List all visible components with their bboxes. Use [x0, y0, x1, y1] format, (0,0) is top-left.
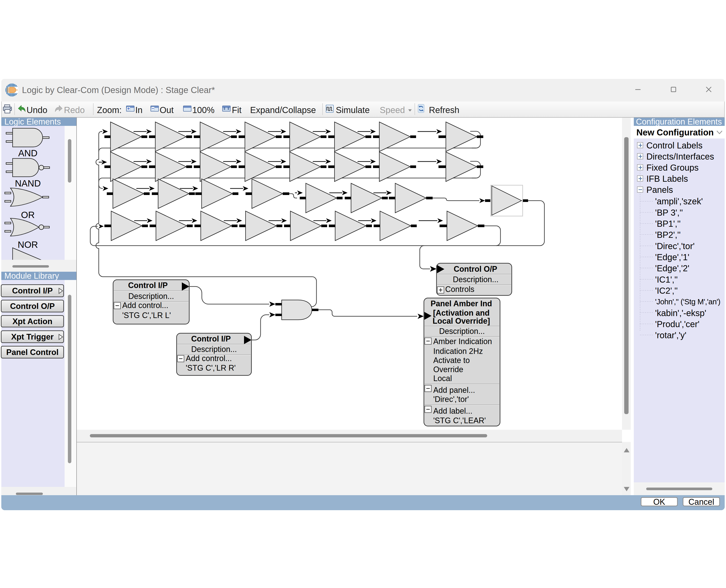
- svg-text:OR: OR: [21, 210, 35, 220]
- svg-text:Add label...: Add label...: [433, 406, 472, 415]
- svg-text:Description...: Description...: [453, 275, 499, 284]
- svg-text:NAND: NAND: [15, 178, 41, 188]
- svg-text:Add panel...: Add panel...: [433, 386, 475, 395]
- svg-text:Indication 2Hz: Indication 2Hz: [433, 347, 483, 356]
- svg-text:Local: Local: [433, 374, 452, 383]
- svg-text:Controls: Controls: [445, 285, 475, 294]
- svg-text:Control I/P: Control I/P: [128, 281, 168, 290]
- svg-text:Add control...: Add control...: [122, 301, 168, 310]
- svg-text:Activate to: Activate to: [433, 356, 470, 365]
- svg-text:Description...: Description...: [128, 292, 174, 301]
- svg-text:'STG C','LR R': 'STG C','LR R': [186, 363, 236, 372]
- svg-text:Local Override]: Local Override]: [432, 316, 490, 326]
- svg-text:Control I/P: Control I/P: [191, 334, 231, 343]
- svg-text:Description...: Description...: [439, 327, 485, 336]
- svg-text:'STG C','LR L': 'STG C','LR L': [122, 311, 171, 320]
- svg-text:'STG C','LEAR': 'STG C','LEAR': [433, 416, 486, 425]
- svg-text:AND: AND: [18, 148, 38, 158]
- svg-text:NOR: NOR: [18, 239, 38, 250]
- svg-text:'Direc','tor': 'Direc','tor': [433, 395, 469, 404]
- svg-text:Panel Amber Ind: Panel Amber Ind: [431, 299, 492, 308]
- svg-text:Control O/P: Control O/P: [454, 265, 497, 273]
- svg-text:Description...: Description...: [191, 345, 237, 354]
- svg-text:Amber Indication: Amber Indication: [433, 337, 492, 346]
- svg-text:[Activation and: [Activation and: [433, 309, 489, 317]
- svg-text:Override: Override: [433, 365, 463, 374]
- svg-text:Add control...: Add control...: [186, 354, 232, 363]
